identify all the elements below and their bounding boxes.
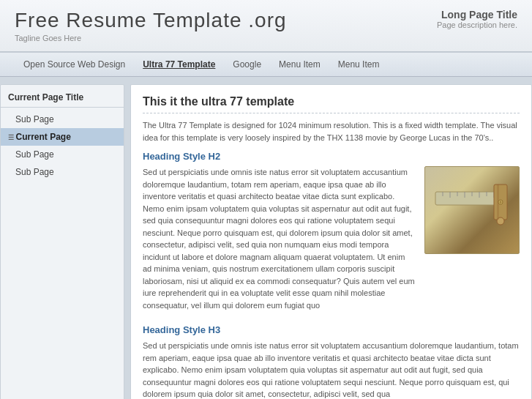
header-left: Free Resume Template .org Tagline Goes H… — [15, 9, 287, 42]
nav: Open Source Web Design Ultra 77 Template… — [0, 52, 532, 77]
long-page-title: Long Page Title — [437, 9, 517, 20]
sidebar-item-current: Current Page — [1, 128, 124, 146]
nav-item-google[interactable]: Google — [224, 53, 270, 75]
sidebar-nav: Sub Page Current Page Sub Page Sub Page — [1, 108, 124, 184]
sidebar-link-current[interactable]: Current Page — [1, 128, 124, 146]
svg-rect-0 — [435, 192, 501, 205]
main-page-title: This it the ultra 77 template — [143, 95, 520, 113]
content-section: Sed ut perspiciatis unde omnis iste natu… — [143, 166, 520, 317]
sidebar-link-sub2[interactable]: Sub Page — [1, 146, 124, 163]
nav-item-ultra77[interactable]: Ultra 77 Template — [134, 53, 224, 75]
header-right: Long Page Title Page description here. — [437, 9, 517, 29]
sidebar-item-sub3: Sub Page — [1, 163, 124, 181]
tool-image — [424, 166, 520, 254]
content-wrapper: Current Page Title Sub Page Current Page… — [0, 84, 532, 399]
body-text-block: Sed ut perspiciatis unde omnis iste natu… — [143, 166, 416, 317]
header: Free Resume Template .org Tagline Goes H… — [0, 0, 532, 52]
heading-h2: Heading Style H2 — [143, 151, 520, 162]
sidebar-link-sub1[interactable]: Sub Page — [1, 111, 124, 128]
main-content: This it the ultra 77 template The Ultra … — [130, 84, 532, 399]
nav-item-open-source[interactable]: Open Source Web Design — [15, 53, 134, 75]
nav-item-menu1[interactable]: Menu Item — [270, 53, 329, 75]
page-description: Page description here. — [437, 20, 517, 29]
body-text-2: Sed ut perspiciatis unde omnis iste natu… — [143, 340, 520, 399]
nav-item-menu2[interactable]: Menu Item — [329, 53, 389, 75]
body-text-1: Sed ut perspiciatis unde omnis iste natu… — [143, 166, 416, 311]
heading-h3: Heading Style H3 — [143, 324, 520, 335]
site-title: Free Resume Template .org — [15, 9, 287, 32]
tagline: Tagline Goes Here — [15, 34, 287, 42]
sidebar-item-sub2: Sub Page — [1, 146, 124, 163]
sidebar: Current Page Title Sub Page Current Page… — [0, 84, 124, 399]
sidebar-title: Current Page Title — [1, 85, 124, 108]
sidebar-link-sub3[interactable]: Sub Page — [1, 163, 124, 181]
sidebar-item-sub1: Sub Page — [1, 111, 124, 128]
intro-text: The Ultra 77 Template is designed for 10… — [143, 119, 520, 143]
